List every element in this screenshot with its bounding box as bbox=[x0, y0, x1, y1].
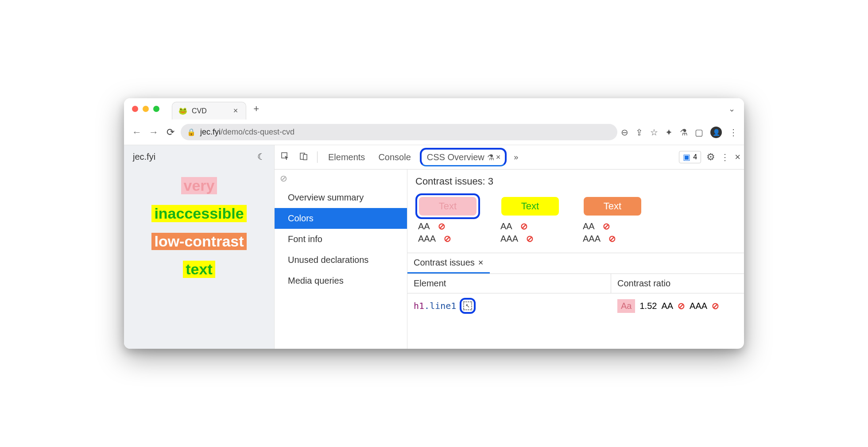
contrast-ratio-value: 1.52 bbox=[639, 301, 657, 311]
contrast-swatch-3[interactable]: Text AA⊘ AAA⊘ bbox=[580, 193, 645, 244]
lock-icon: 🔒 bbox=[187, 128, 196, 136]
clear-icon[interactable]: ⊘ bbox=[275, 170, 407, 187]
aa-label: AA bbox=[500, 221, 512, 231]
fail-icon: ⊘ bbox=[608, 233, 616, 244]
selector-class: .line1 bbox=[424, 301, 456, 311]
selector-tag: h1 bbox=[414, 301, 424, 311]
tab-console[interactable]: Console bbox=[374, 150, 415, 165]
contrast-swatch-1[interactable]: Text AA⊘ AAA⊘ bbox=[415, 193, 480, 244]
th-element: Element bbox=[407, 274, 611, 293]
swatch-sample-2: Text bbox=[501, 197, 559, 216]
word-3: low-contrast bbox=[151, 233, 246, 250]
row-aa-label: AA bbox=[661, 301, 673, 311]
tab-favicon-icon: 🐸 bbox=[178, 107, 187, 115]
devtools-menu-button[interactable]: ⋮ bbox=[721, 152, 729, 162]
scroll-into-view-button[interactable]: ↖ bbox=[460, 298, 476, 314]
close-window-button[interactable] bbox=[132, 106, 138, 112]
word-1: very bbox=[181, 177, 217, 194]
profile-avatar[interactable]: 👤 bbox=[710, 127, 722, 138]
th-contrast-ratio: Contrast ratio bbox=[611, 274, 744, 293]
issues-count: 4 bbox=[693, 153, 697, 161]
aa-label: AA bbox=[583, 221, 595, 231]
back-button[interactable]: ← bbox=[130, 127, 143, 138]
share-icon[interactable]: ⇪ bbox=[636, 127, 643, 138]
close-devtools-button[interactable]: × bbox=[735, 151, 740, 163]
sidebar-item-media[interactable]: Media queries bbox=[275, 270, 407, 291]
word-4: text bbox=[183, 261, 215, 278]
page-header: jec.fyi ☾ bbox=[124, 145, 274, 168]
tabs-overflow-button[interactable]: ⌄ bbox=[728, 104, 735, 114]
toolbar-icons: ⊖ ⇪ ☆ ✦ ⚗ ▢ 👤 ⋮ bbox=[621, 127, 738, 138]
close-panel-icon[interactable]: × bbox=[496, 153, 501, 162]
close-tab-button[interactable]: × bbox=[233, 106, 238, 116]
reload-button[interactable]: ⟳ bbox=[164, 127, 177, 138]
css-overview-main: Contrast issues: 3 Text AA⊘ AAA⊘ Text bbox=[407, 170, 744, 349]
browser-menu-button[interactable]: ⋮ bbox=[729, 127, 738, 138]
issues-badge[interactable]: ▣ 4 bbox=[679, 151, 701, 163]
device-toolbar-button[interactable] bbox=[297, 150, 311, 165]
scroll-into-view-icon: ↖ bbox=[463, 301, 472, 310]
element-selector: h1.line1 bbox=[414, 301, 456, 311]
url-path: /demo/cds-quest-cvd bbox=[221, 127, 294, 136]
contrast-table-header: Element Contrast ratio bbox=[407, 274, 744, 293]
aaa-label: AAA bbox=[500, 234, 518, 244]
fail-icon: ⊘ bbox=[678, 301, 685, 311]
dark-mode-toggle[interactable]: ☾ bbox=[257, 151, 265, 162]
settings-button[interactable]: ⚙ bbox=[706, 151, 715, 163]
url-input[interactable]: 🔒 jec.fyi/demo/cds-quest-cvd bbox=[181, 124, 617, 140]
extensions-icon[interactable]: ✦ bbox=[665, 127, 673, 138]
close-subtab-icon[interactable]: × bbox=[478, 258, 484, 268]
new-tab-button[interactable]: + bbox=[253, 103, 259, 115]
browser-tab[interactable]: 🐸 CVD × bbox=[172, 102, 246, 119]
inspect-element-button[interactable] bbox=[278, 150, 292, 165]
reading-list-icon[interactable]: ▢ bbox=[695, 127, 703, 138]
contrast-swatch-2[interactable]: Text AA⊘ AAA⊘ bbox=[498, 193, 562, 244]
forward-button[interactable]: → bbox=[147, 127, 160, 138]
sidebar-item-colors[interactable]: Colors bbox=[275, 208, 407, 229]
tab-css-overview-label: CSS Overview bbox=[426, 151, 485, 163]
aaa-label: AAA bbox=[583, 234, 601, 244]
minimize-window-button[interactable] bbox=[143, 106, 149, 112]
word-2: inaccessible bbox=[151, 205, 246, 222]
sidebar-item-unused[interactable]: Unused declarations bbox=[275, 250, 407, 270]
more-tabs-button[interactable]: » bbox=[511, 151, 521, 164]
fail-icon: ⊘ bbox=[444, 233, 451, 244]
css-overview-sidebar: ⊘ Overview summary Colors Font info Unus… bbox=[275, 170, 407, 349]
subtab-label: Contrast issues bbox=[414, 258, 475, 268]
fail-icon: ⊘ bbox=[603, 221, 610, 231]
aaa-label: AAA bbox=[418, 234, 436, 244]
fail-icon: ⊘ bbox=[520, 221, 528, 231]
tab-elements[interactable]: Elements bbox=[324, 150, 369, 165]
contrast-swatches: Text AA⊘ AAA⊘ Text AA⊘ AAA⊘ bbox=[407, 193, 744, 253]
sidebar-item-font[interactable]: Font info bbox=[275, 229, 407, 250]
contrast-table-row[interactable]: h1.line1 ↖ Aa 1.52 AA ⊘ AAA ⊘ bbox=[407, 293, 744, 318]
content-area: jec.fyi ☾ very inaccessible low-contrast… bbox=[124, 145, 744, 349]
contrast-issues-subtabs: Contrast issues × bbox=[407, 253, 744, 274]
devtools-right-icons: ▣ 4 ⚙ ⋮ × bbox=[679, 151, 740, 163]
contrast-sample-icon: Aa bbox=[617, 299, 635, 313]
browser-window: 🐸 CVD × + ⌄ ← → ⟳ 🔒 jec.fyi/demo/cds-que… bbox=[124, 98, 744, 349]
td-contrast-ratio: Aa 1.52 AA ⊘ AAA ⊘ bbox=[611, 293, 744, 318]
sidebar-item-overview[interactable]: Overview summary bbox=[275, 187, 407, 208]
url-domain: jec.fyi bbox=[200, 127, 221, 136]
site-label: jec.fyi bbox=[133, 152, 155, 162]
aa-label: AA bbox=[418, 221, 430, 231]
zoom-out-icon[interactable]: ⊖ bbox=[621, 127, 628, 138]
tab-title: CVD bbox=[192, 107, 207, 115]
divider bbox=[317, 151, 318, 163]
tab-css-overview[interactable]: CSS Overview ⚗ × bbox=[420, 148, 507, 166]
fail-icon: ⊘ bbox=[438, 221, 446, 231]
devtools-body: ⊘ Overview summary Colors Font info Unus… bbox=[275, 170, 744, 349]
swatch-sample-1: Text bbox=[419, 197, 477, 216]
subtab-contrast-issues[interactable]: Contrast issues × bbox=[407, 253, 490, 274]
contrast-issues-heading: Contrast issues: 3 bbox=[407, 170, 744, 193]
issues-icon: ▣ bbox=[683, 152, 690, 162]
swatch-sample-3: Text bbox=[584, 197, 641, 216]
flask-icon: ⚗ bbox=[487, 153, 494, 162]
title-bar: 🐸 CVD × + ⌄ bbox=[124, 98, 744, 119]
window-controls bbox=[124, 106, 167, 112]
maximize-window-button[interactable] bbox=[153, 106, 159, 112]
fail-icon: ⊘ bbox=[712, 301, 719, 311]
experiments-icon[interactable]: ⚗ bbox=[680, 127, 688, 138]
bookmark-icon[interactable]: ☆ bbox=[650, 127, 658, 138]
